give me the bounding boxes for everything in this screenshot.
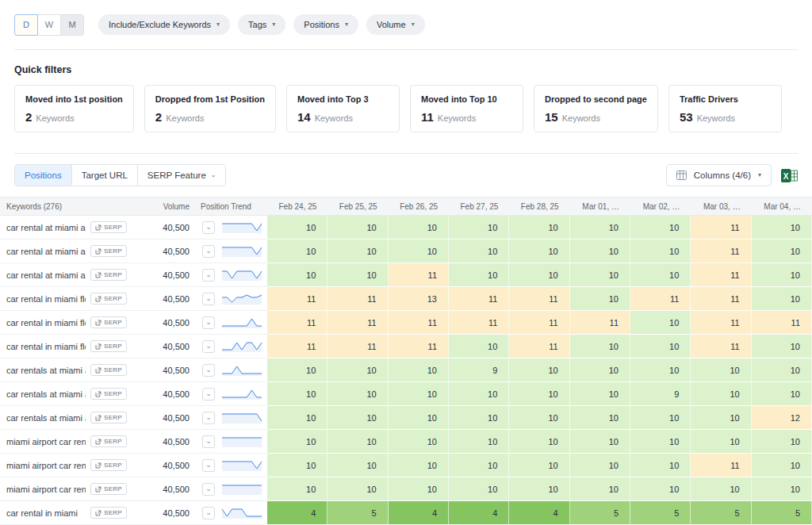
position-cell: 10 bbox=[752, 430, 812, 454]
quick-filter-card-moved-into-1st-position[interactable]: Moved into 1st position2Keywords bbox=[14, 85, 134, 132]
column-header-date-1: Feb 25, 25 bbox=[327, 197, 388, 215]
chevron-down-icon: ▾ bbox=[758, 172, 761, 178]
position-cell: 11 bbox=[267, 311, 327, 335]
serp-badge-label: SERP bbox=[104, 438, 122, 445]
position-trend-sparkline bbox=[221, 483, 262, 496]
quick-filter-card-moved-into-top-3[interactable]: Moved into Top 314Keywords bbox=[286, 85, 400, 132]
column-header-date-6: Mar 02, … bbox=[630, 197, 691, 215]
volume-cell: 40,500 bbox=[135, 501, 194, 525]
expand-trend-button[interactable]: ⌄ bbox=[202, 435, 215, 448]
position-cell: 10 bbox=[389, 382, 449, 406]
export-excel-button[interactable]: X bbox=[781, 168, 798, 183]
position-cell: 10 bbox=[570, 287, 630, 311]
keyword-cell: car rental at miami air...SERP bbox=[0, 216, 135, 240]
filter-dropdown-include-exclude-keywords[interactable]: Include/Exclude Keywords▾ bbox=[98, 14, 230, 35]
period-button-d[interactable]: D bbox=[14, 14, 38, 36]
period-button-w[interactable]: W bbox=[37, 14, 61, 36]
volume-cell: 40,500 bbox=[135, 454, 194, 477]
position-cell: 10 bbox=[570, 430, 630, 454]
keyword-text[interactable]: car rental in miami bbox=[6, 508, 78, 518]
position-cell: 10 bbox=[327, 263, 388, 287]
quick-filter-card-title: Moved into Top 3 bbox=[297, 94, 389, 104]
serp-link-button[interactable]: SERP bbox=[90, 340, 127, 352]
filter-dropdown-volume[interactable]: Volume▾ bbox=[366, 14, 425, 35]
tabs-row: PositionsTarget URLSERP Feature⌄ Columns… bbox=[0, 154, 812, 197]
quick-filter-card-moved-into-top-10[interactable]: Moved into Top 1011Keywords bbox=[410, 85, 523, 132]
keyword-text[interactable]: miami airport car rent... bbox=[6, 461, 86, 470]
quick-filter-card-dropped-to-second-page[interactable]: Dropped to second page15Keywords bbox=[534, 85, 658, 132]
column-header-keywords[interactable]: Keywords (276) bbox=[0, 197, 135, 215]
expand-trend-button[interactable]: ⌄ bbox=[202, 293, 215, 305]
quick-filter-card-traffic-drivers[interactable]: Traffic Drivers53Keywords bbox=[668, 85, 782, 132]
expand-trend-button[interactable]: ⌄ bbox=[202, 507, 215, 519]
quick-filter-card-count: 2 bbox=[155, 110, 162, 124]
position-trend-sparkline bbox=[221, 412, 262, 424]
serp-link-button[interactable]: SERP bbox=[90, 459, 127, 471]
serp-badge-label: SERP bbox=[104, 319, 122, 326]
expand-trend-button[interactable]: ⌄ bbox=[202, 459, 215, 472]
position-cell: 10 bbox=[327, 240, 388, 263]
keyword-text[interactable]: car rental in miami flor... bbox=[6, 318, 86, 328]
position-cell: 11 bbox=[752, 311, 812, 335]
serp-link-button[interactable]: SERP bbox=[90, 435, 127, 447]
filter-dropdown-positions[interactable]: Positions▾ bbox=[293, 14, 358, 35]
sparkline-chart bbox=[221, 459, 262, 472]
tab-positions[interactable]: Positions bbox=[15, 165, 72, 186]
serp-link-button[interactable]: SERP bbox=[90, 316, 127, 328]
period-button-m[interactable]: M bbox=[60, 14, 84, 36]
keyword-text[interactable]: car rentals at miami ai... bbox=[6, 413, 86, 423]
serp-link-button[interactable]: SERP bbox=[90, 293, 127, 305]
rank-tracker-page: DWM Include/Exclude Keywords▾Tags▾Positi… bbox=[0, 0, 812, 525]
keyword-text[interactable]: car rentals at miami ai... bbox=[6, 366, 86, 375]
keyword-text[interactable]: car rental in miami flor... bbox=[6, 294, 86, 304]
sparkline-chart bbox=[221, 221, 262, 234]
position-cell: 10 bbox=[570, 358, 630, 382]
keyword-text[interactable]: car rental at miami air... bbox=[6, 223, 86, 232]
serp-link-button[interactable]: SERP bbox=[90, 507, 127, 519]
filter-dropdown-tags[interactable]: Tags▾ bbox=[238, 14, 285, 35]
keyword-text[interactable]: miami airport car rent... bbox=[6, 485, 86, 494]
sparkline-chart bbox=[221, 412, 262, 424]
keyword-text[interactable]: car rentals at miami ai... bbox=[6, 389, 86, 399]
serp-link-button[interactable]: SERP bbox=[90, 483, 127, 495]
position-trend-cell: ⌄ bbox=[194, 454, 267, 477]
tab-target-url[interactable]: Target URL bbox=[72, 165, 138, 186]
expand-trend-button[interactable]: ⌄ bbox=[202, 245, 215, 258]
position-cell: 11 bbox=[327, 287, 388, 311]
volume-cell: 40,500 bbox=[135, 406, 194, 430]
keyword-text[interactable]: miami airport car rent... bbox=[6, 437, 86, 446]
serp-link-button[interactable]: SERP bbox=[90, 245, 127, 257]
sparkline-chart bbox=[221, 388, 262, 400]
serp-link-button[interactable]: SERP bbox=[90, 412, 127, 423]
column-header-volume[interactable]: Volume bbox=[135, 197, 194, 215]
expand-trend-button[interactable]: ⌄ bbox=[202, 316, 215, 329]
keyword-cell: car rental in miami flor...SERP bbox=[0, 335, 135, 358]
expand-trend-button[interactable]: ⌄ bbox=[202, 364, 215, 377]
keyword-text[interactable]: car rental at miami air... bbox=[6, 247, 86, 256]
position-cell: 10 bbox=[752, 335, 812, 358]
columns-button[interactable]: Columns (4/6) ▾ bbox=[666, 164, 772, 186]
serp-link-button[interactable]: SERP bbox=[90, 364, 127, 376]
keyword-text[interactable]: car rental at miami air... bbox=[6, 270, 86, 280]
position-cell: 10 bbox=[509, 430, 569, 454]
quick-filter-card-dropped-from-1st-position[interactable]: Dropped from 1st Position2Keywords bbox=[144, 85, 276, 132]
expand-trend-button[interactable]: ⌄ bbox=[202, 483, 215, 496]
expand-trend-button[interactable]: ⌄ bbox=[202, 221, 215, 234]
expand-trend-button[interactable]: ⌄ bbox=[202, 412, 215, 424]
position-cell: 4 bbox=[509, 501, 569, 525]
keyword-text[interactable]: car rental in miami flor... bbox=[6, 342, 86, 351]
serp-link-button[interactable]: SERP bbox=[90, 269, 127, 281]
quick-filter-card-title: Moved into Top 10 bbox=[421, 94, 512, 104]
filter-dropdown-label: Include/Exclude Keywords bbox=[109, 20, 211, 29]
expand-trend-button[interactable]: ⌄ bbox=[202, 269, 215, 282]
table-row: car rental at miami air...SERP40,500⌄101… bbox=[0, 263, 812, 287]
tab-serp-feature[interactable]: SERP Feature⌄ bbox=[138, 165, 226, 186]
position-trend-cell: ⌄ bbox=[194, 358, 267, 382]
position-cell: 10 bbox=[267, 454, 327, 477]
expand-trend-button[interactable]: ⌄ bbox=[202, 388, 215, 400]
position-cell: 4 bbox=[449, 501, 509, 525]
serp-link-button[interactable]: SERP bbox=[90, 221, 127, 233]
serp-link-button[interactable]: SERP bbox=[90, 388, 127, 400]
quick-filter-card-unit: Keywords bbox=[438, 113, 476, 123]
expand-trend-button[interactable]: ⌄ bbox=[202, 340, 215, 353]
